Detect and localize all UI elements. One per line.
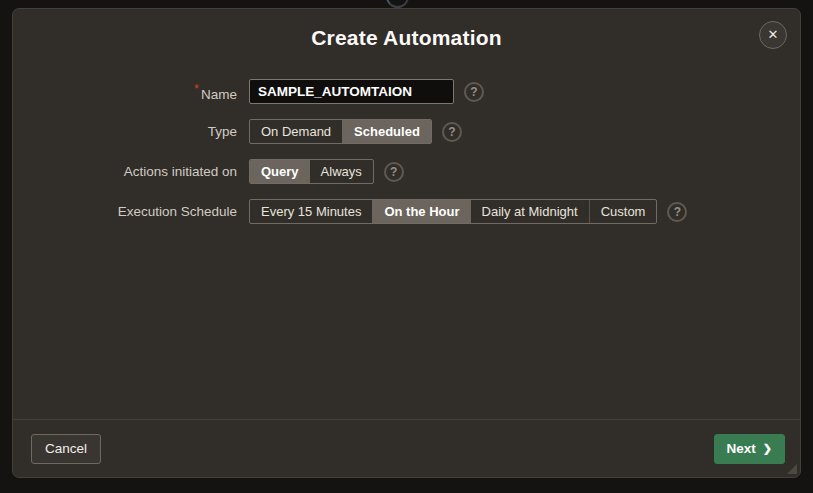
actions-option-query[interactable]: Query <box>250 160 310 183</box>
type-label: Type <box>13 124 249 139</box>
schedule-option-daily-at-midnight[interactable]: Daily at Midnight <box>471 200 589 223</box>
execution-schedule-label: Execution Schedule <box>13 204 249 219</box>
name-label: *Name <box>13 82 249 102</box>
next-button[interactable]: Next ❯ <box>714 434 785 464</box>
schedule-help-icon[interactable]: ? <box>667 202 687 222</box>
schedule-button-group: Every 15 Minutes On the Hour Daily at Mi… <box>249 199 657 224</box>
close-button[interactable]: ✕ <box>759 21 787 49</box>
name-row: *Name ? <box>13 79 800 104</box>
close-icon: ✕ <box>768 27 779 42</box>
dialog-body: *Name ? Type On Demand Scheduled ? Actio… <box>13 67 800 224</box>
type-help-icon[interactable]: ? <box>442 122 462 142</box>
type-option-scheduled[interactable]: Scheduled <box>342 120 431 143</box>
name-input[interactable] <box>249 79 454 104</box>
schedule-option-on-the-hour[interactable]: On the Hour <box>372 200 470 223</box>
actions-button-group: Query Always <box>249 159 374 184</box>
resize-handle[interactable] <box>787 464 797 474</box>
create-automation-dialog: Create Automation ✕ *Name ? Type On Dema… <box>12 8 801 478</box>
actions-help-icon[interactable]: ? <box>384 162 404 182</box>
type-button-group: On Demand Scheduled <box>249 119 432 144</box>
type-option-on-demand[interactable]: On Demand <box>250 120 342 143</box>
type-row: Type On Demand Scheduled ? <box>13 119 800 144</box>
schedule-option-every-15-minutes[interactable]: Every 15 Minutes <box>250 200 372 223</box>
execution-schedule-row: Execution Schedule Every 15 Minutes On t… <box>13 199 800 224</box>
actions-initiated-label: Actions initiated on <box>13 164 249 179</box>
cancel-button[interactable]: Cancel <box>31 434 101 464</box>
loading-spinner-icon <box>386 0 409 8</box>
required-marker: * <box>194 82 199 96</box>
schedule-option-custom[interactable]: Custom <box>589 200 657 223</box>
chevron-right-icon: ❯ <box>763 442 772 455</box>
actions-initiated-row: Actions initiated on Query Always ? <box>13 159 800 184</box>
actions-option-always[interactable]: Always <box>310 160 373 183</box>
dialog-header: Create Automation ✕ <box>13 9 800 67</box>
name-help-icon[interactable]: ? <box>464 82 484 102</box>
page-title: Create Automation <box>13 9 800 50</box>
dialog-footer: Cancel Next ❯ <box>13 419 800 477</box>
